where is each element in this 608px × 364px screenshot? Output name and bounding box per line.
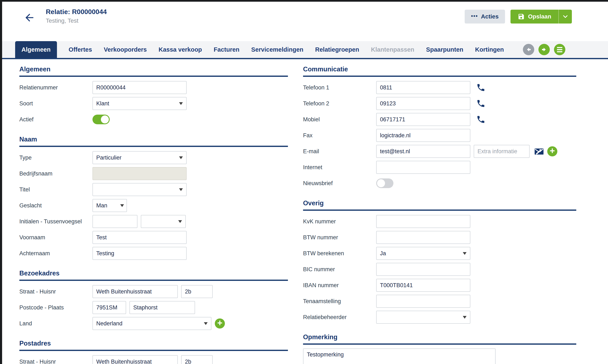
tab-kassa-verkoop[interactable]: Kassa verkoop — [159, 41, 202, 58]
type-select-value: Particulier — [96, 155, 122, 161]
tab-algemeen[interactable]: Algemeen — [15, 41, 57, 58]
achternaam-input[interactable] — [93, 247, 187, 260]
achternaam-label: Achternaam — [19, 250, 93, 257]
tab-servicemeldingen[interactable]: Servicemeldingen — [251, 41, 303, 58]
caret-down-icon — [120, 204, 124, 207]
field-mobiel: Mobiel — [303, 113, 576, 126]
tab-relatiegroepen[interactable]: Relatiegroepen — [315, 41, 359, 58]
opslaan-button[interactable]: Opslaan — [511, 10, 558, 24]
tenaamstelling-input[interactable] — [376, 295, 470, 308]
bezoek-huisnr-input[interactable] — [181, 285, 213, 298]
right-column: Communicatie Telefoon 1 Telefoon 2 — [303, 59, 576, 364]
back-button[interactable] — [24, 12, 35, 24]
mobiel-input[interactable] — [376, 113, 470, 126]
header-actions: ••• Acties Opslaan — [465, 10, 572, 24]
opmerking-textarea[interactable]: Testopmerking — [303, 349, 496, 364]
add-land-button[interactable]: + — [215, 318, 225, 328]
iban-input[interactable] — [376, 279, 470, 292]
section-title: Naam — [19, 136, 288, 143]
phone-icon[interactable] — [476, 83, 485, 92]
section-algemeen: Algemeen Relatienummer Soort Klant — [19, 65, 288, 126]
field-btw-berekenen: BTW berekenen Ja — [303, 247, 576, 260]
initialen-input[interactable] — [93, 215, 138, 228]
prev-tab-button[interactable] — [523, 44, 534, 55]
bezoek-straat-input[interactable] — [93, 285, 178, 298]
email-input[interactable] — [376, 145, 470, 158]
actief-toggle[interactable] — [93, 115, 110, 124]
phone-icon[interactable] — [476, 99, 485, 108]
arrow-right-circle-icon — [541, 46, 547, 53]
post-huisnr-input[interactable] — [181, 355, 213, 364]
send-email-icon[interactable] — [534, 147, 544, 156]
field-relatienummer: Relatienummer — [19, 81, 288, 94]
field-email: E-mail + — [303, 144, 576, 158]
left-column: Algemeen Relatienummer Soort Klant — [19, 59, 288, 364]
kvk-input[interactable] — [376, 215, 470, 228]
field-relatiebeheerder: Relatiebeheerder — [303, 310, 576, 324]
plus-icon: + — [550, 146, 555, 155]
btw-nummer-label: BTW nummer — [303, 234, 376, 241]
internet-input[interactable] — [376, 161, 470, 174]
add-email-button[interactable]: + — [547, 146, 557, 156]
relatiebeheerder-select[interactable] — [376, 311, 470, 324]
acties-button[interactable]: ••• Acties — [465, 10, 505, 24]
tab-verkooporders[interactable]: Verkooporders — [104, 41, 147, 58]
window-frame: Relatie: R00000044 Testing, Test ••• Act… — [0, 0, 608, 364]
field-telefoon2: Telefoon 2 — [303, 97, 576, 110]
section-bezoekadres: Bezoekadres Straat - Huisnr Postcode - P… — [19, 270, 288, 330]
tab-kortingen[interactable]: Kortingen — [475, 41, 504, 58]
nieuwsbrief-toggle[interactable] — [376, 178, 393, 188]
bic-input[interactable] — [376, 263, 470, 276]
btw-nummer-input[interactable] — [376, 231, 470, 244]
section-communicatie: Communicatie Telefoon 1 Telefoon 2 — [303, 65, 576, 190]
internet-label: Internet — [303, 164, 376, 171]
field-voornaam: Voornaam — [19, 231, 288, 244]
tab-menu-button[interactable] — [554, 44, 565, 55]
title-block: Relatie: R00000044 Testing, Test — [46, 8, 107, 24]
tab-facturen[interactable]: Facturen — [214, 41, 239, 58]
section-title: Overig — [303, 199, 576, 207]
opmerking-wrap: Testopmerking — [303, 349, 496, 364]
field-bic: BIC nummer — [303, 262, 576, 276]
tab-offertes[interactable]: Offertes — [69, 41, 92, 58]
geslacht-select[interactable]: Man — [93, 199, 127, 212]
telefoon2-input[interactable] — [376, 97, 470, 110]
next-tab-button[interactable] — [539, 44, 550, 55]
section-divider — [303, 76, 576, 77]
field-bedrijfsnaam: Bedrijfsnaam — [19, 167, 288, 181]
type-select[interactable]: Particulier — [93, 151, 187, 164]
fax-input[interactable] — [376, 129, 470, 142]
opslaan-dropdown-button[interactable] — [558, 10, 572, 24]
field-btw-nummer: BTW nummer — [303, 231, 576, 244]
telefoon1-input[interactable] — [376, 81, 470, 94]
tab-klantenpassen: Klantenpassen — [371, 41, 414, 58]
soort-select-value: Klant — [96, 100, 109, 107]
land-select-value: Nederland — [96, 320, 123, 327]
postcode-label: Postcode - Plaats — [19, 304, 93, 311]
btw-berekenen-select-value: Ja — [380, 250, 386, 257]
tab-spaarpunten[interactable]: Spaarpunten — [426, 41, 463, 58]
post-straat-input[interactable] — [93, 355, 178, 364]
field-bezoek-land: Land Nederland + — [19, 317, 288, 330]
tussenvoegsel-select[interactable] — [141, 215, 186, 228]
section-divider — [19, 350, 288, 351]
bezoek-postcode-input[interactable] — [93, 301, 126, 314]
field-kvk: KvK nummer — [303, 215, 576, 228]
field-titel: Titel — [19, 183, 288, 196]
soort-select[interactable]: Klant — [93, 97, 187, 110]
voornaam-input[interactable] — [93, 231, 187, 244]
bezoek-plaats-input[interactable] — [129, 301, 195, 314]
titel-select[interactable] — [93, 183, 187, 196]
telefoon1-label: Telefoon 1 — [303, 84, 376, 91]
geslacht-label: Geslacht — [19, 202, 93, 209]
caret-down-icon — [179, 102, 183, 105]
email-extra-input[interactable] — [474, 145, 530, 158]
field-iban: IBAN nummer — [303, 278, 576, 292]
bedrijfsnaam-label: Bedrijfsnaam — [19, 170, 93, 177]
nieuwsbrief-label: Nieuwsbrief — [303, 180, 376, 187]
relatienummer-input[interactable] — [93, 81, 187, 94]
btw-berekenen-select[interactable]: Ja — [376, 247, 470, 260]
bezoek-land-select[interactable]: Nederland — [93, 317, 211, 330]
section-divider — [19, 146, 288, 147]
phone-icon[interactable] — [476, 115, 485, 124]
